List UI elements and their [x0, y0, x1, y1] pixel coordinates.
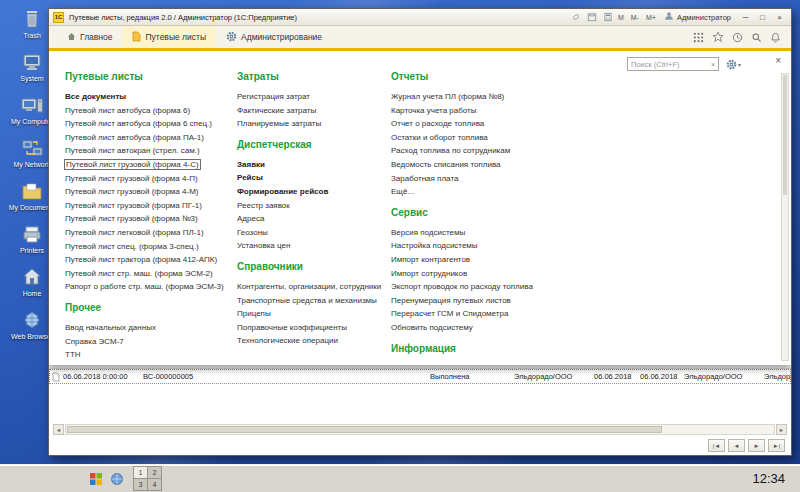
nav-prev-icon[interactable]: ◄	[728, 439, 745, 452]
menu-item[interactable]: ТТН	[65, 350, 81, 359]
menu-item[interactable]: Путевой лист автобуса (форма 6 спец.)	[65, 119, 212, 128]
scroll-left-icon[interactable]: ◄	[53, 424, 64, 435]
menu-item[interactable]: Рейсы	[237, 173, 263, 182]
function-menu-close-icon[interactable]: ×	[775, 56, 781, 66]
1c-logo-icon: 1С	[53, 12, 64, 23]
menu-item[interactable]: Рапорт о работе стр. маш. (форма ЭСМ-3)	[65, 282, 224, 291]
menu-item[interactable]: Реестр заявок	[237, 201, 290, 210]
grid-icon[interactable]	[693, 32, 704, 43]
memory-button[interactable]: М-	[630, 14, 640, 21]
window-title: Путевые листы, редакция 2.0 / Администра…	[69, 13, 568, 22]
menu-item[interactable]: Ведомость списания топлива	[391, 160, 501, 169]
menu-item[interactable]: Экспорт проводок по расходу топлива	[391, 282, 533, 291]
menu-item[interactable]: Ввод начальных данных	[65, 323, 156, 332]
memory-button[interactable]: М	[617, 14, 625, 21]
menu-item[interactable]: Геозоны	[237, 228, 268, 237]
menu-item[interactable]: Карточка учета работы	[391, 106, 477, 115]
nav-first-icon[interactable]: |◄	[708, 439, 725, 452]
menu-item[interactable]: Адреса	[237, 214, 264, 223]
menu-item[interactable]: Заявки	[237, 160, 265, 169]
menu-item[interactable]: Версия подсистемы	[391, 228, 465, 237]
memory-button[interactable]: М+	[645, 14, 657, 21]
menu-item[interactable]: Перенумерация путевых листов	[391, 296, 511, 305]
link-icon[interactable]	[571, 12, 582, 23]
menu-item[interactable]: Путевой лист трактора (форма 412-АПК)	[65, 255, 217, 264]
menu-item[interactable]: Путевой лист грузовой (форма 4-М)	[65, 187, 198, 196]
notifications-icon[interactable]	[770, 32, 781, 43]
menu-item[interactable]: Путевой лист спец. (форма 3-спец.)	[65, 242, 199, 251]
section-tabbar: ГлавноеПутевые листыАдминистрирование	[49, 26, 791, 48]
workspace-1[interactable]: 1	[134, 467, 147, 478]
start-menu-icon[interactable]	[88, 471, 104, 487]
menu-item[interactable]: Путевой лист автобуса (форма 6)	[65, 106, 190, 115]
menu-item[interactable]: Путевой лист грузовой (форма 4-П)	[65, 174, 198, 183]
current-user[interactable]: Администратор	[664, 11, 731, 23]
minimize-button[interactable]: ─	[738, 11, 753, 24]
workspace-4[interactable]: 4	[148, 479, 161, 490]
calendar-icon[interactable]	[587, 12, 598, 23]
user-icon	[664, 11, 674, 23]
vertical-scrollbar-thumb[interactable]	[783, 75, 787, 195]
maximize-button[interactable]: □	[755, 11, 770, 24]
menu-item[interactable]: Планируемые затраты	[237, 119, 321, 128]
search-icon[interactable]	[751, 32, 762, 43]
scrollbar-track[interactable]	[65, 424, 775, 435]
menu-item[interactable]: Путевой лист грузовой (форма 4-С)	[65, 160, 200, 169]
menu-item[interactable]: Формирование рейсов	[237, 187, 328, 196]
menu-item[interactable]: Путевой лист грузовой (форма ПГ-1)	[65, 201, 202, 210]
menu-item[interactable]: Прицепы	[237, 309, 271, 318]
menu-item[interactable]: Перерасчет ГСМ и Спидометра	[391, 309, 508, 318]
close-button[interactable]: ×	[772, 11, 787, 24]
tab-main[interactable]: Главное	[57, 26, 122, 48]
menu-item[interactable]: Обновить подсистему	[391, 323, 473, 332]
menu-item[interactable]: Путевой лист стр. маш. (форма ЭСМ-2)	[65, 269, 213, 278]
menu-item[interactable]: Импорт сотрудников	[391, 269, 467, 278]
tab-administration[interactable]: Администрирование	[216, 26, 332, 48]
search-input[interactable]	[627, 57, 719, 71]
menu-item[interactable]: Путевой лист грузовой (форма №3)	[65, 214, 198, 223]
scrollbar-thumb[interactable]	[67, 426, 662, 433]
vertical-scrollbar[interactable]	[781, 73, 789, 361]
menu-item[interactable]: Контрагенты, организации, сотрудники	[237, 282, 381, 291]
menu-item-row: Планируемые затраты	[237, 117, 391, 131]
titlebar[interactable]: 1С Путевые листы, редакция 2.0 / Админис…	[49, 9, 791, 26]
menu-item[interactable]: Установка цен	[237, 241, 290, 250]
menu-section-title: Справочники	[237, 261, 391, 272]
scroll-right-icon[interactable]: ►	[776, 424, 787, 435]
menu-item[interactable]: Остатки и оборот топлива	[391, 133, 488, 142]
menu-item-row: Рейсы	[237, 171, 391, 185]
menu-item[interactable]: Технологические операции	[237, 336, 338, 345]
workspace-2[interactable]: 2	[148, 467, 161, 478]
horizontal-scrollbar: ◄ ►	[53, 424, 787, 435]
workspace-3[interactable]: 3	[134, 479, 147, 490]
menu-item[interactable]: Путевой лист автокран (стрел. сам.)	[65, 146, 200, 155]
menu-item-row: Путевой лист грузовой (форма 4-П)	[65, 172, 237, 186]
menu-item-row: Справка ЭСМ-7	[65, 335, 237, 349]
star-icon[interactable]	[712, 31, 724, 43]
menu-item[interactable]: Путевой лист автобуса (форма ПА-1)	[65, 133, 204, 142]
list-row[interactable]: 06.06.2018 0:00:00ВС-000000005ВыполненаЭ…	[49, 369, 791, 384]
menu-item[interactable]: Отчет о расходе топлива	[391, 119, 484, 128]
search-clear-icon[interactable]: ×	[708, 61, 718, 68]
menu-item[interactable]: Журнал учета ПЛ (форма №8)	[391, 92, 504, 101]
menu-item[interactable]: Настройка подсистемы	[391, 241, 478, 250]
calculator-icon[interactable]	[603, 12, 614, 23]
launcher-browser-icon[interactable]	[109, 471, 125, 487]
menu-item[interactable]: Путевой лист легковой (форма ПЛ-1)	[65, 228, 204, 237]
menu-item[interactable]: Фактические затраты	[237, 106, 316, 115]
menu-item[interactable]: Импорт контрагентов	[391, 255, 470, 264]
menu-item-row: Перенумерация путевых листов	[391, 294, 621, 308]
history-icon[interactable]	[732, 32, 743, 43]
menu-item[interactable]: Регистрация затрат	[237, 92, 310, 101]
menu-item[interactable]: Все документы	[65, 92, 126, 101]
nav-last-icon[interactable]: ►|	[768, 439, 785, 452]
menu-item[interactable]: Заработная плата	[391, 174, 458, 183]
menu-item[interactable]: Расход топлива по сотрудникам	[391, 146, 510, 155]
search-settings-gear-icon[interactable]: ▾	[726, 59, 741, 70]
nav-next-icon[interactable]: ►	[748, 439, 765, 452]
menu-item[interactable]: Справка ЭСМ-7	[65, 337, 124, 346]
menu-item[interactable]: Поправочные коэффициенты	[237, 323, 347, 332]
tab-waybills[interactable]: Путевые листы	[122, 26, 216, 48]
menu-item[interactable]: Транспортные средства и механизмы	[237, 296, 377, 305]
menu-item[interactable]: Ещё...	[391, 187, 414, 196]
